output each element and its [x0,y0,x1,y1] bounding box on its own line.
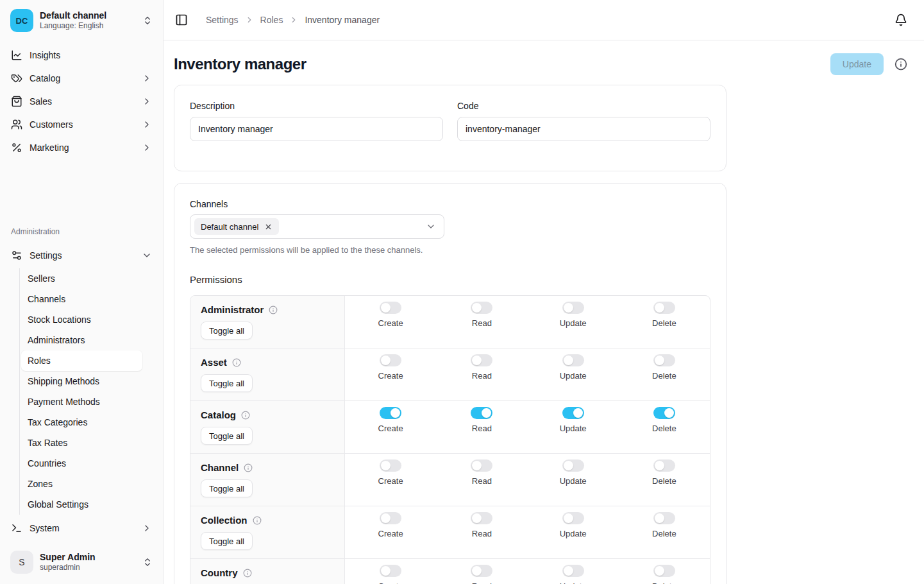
sidebar-item-tax-rates[interactable]: Tax Rates [21,433,142,453]
info-icon[interactable] [895,58,907,71]
toggle-knob [573,408,583,418]
breadcrumb-item[interactable]: Roles [260,15,283,25]
permission-category-name: Country [201,567,238,578]
channel-read-toggle[interactable] [471,459,492,472]
collection-create-toggle[interactable] [380,512,401,524]
breadcrumb-item[interactable]: Settings [206,15,239,25]
sidebar-item-countries[interactable]: Countries [21,453,142,474]
channels-select[interactable]: Default channel [190,214,444,239]
sidebar-item-settings[interactable]: Settings [8,244,155,266]
sidebar-item-customers[interactable]: Customers [8,113,155,135]
sidebar-item-roles[interactable]: Roles [21,350,142,371]
sidebar-item-catalog[interactable]: Catalog [8,67,155,89]
catalog-delete-toggle[interactable] [653,407,675,419]
sidebar-toggle-icon[interactable] [175,13,188,26]
page-content: Inventory manager Update Description Cod… [164,40,924,584]
asset-update-toggle[interactable] [562,354,584,366]
remove-channel-icon[interactable] [264,223,273,231]
info-icon[interactable] [253,516,262,525]
administrator-create-toggle[interactable] [380,302,401,314]
toggle-knob [381,356,391,365]
permission-column-label: Read [472,371,492,381]
description-input[interactable] [190,117,443,141]
channel-create-toggle[interactable] [380,459,401,472]
administrator-update-toggle[interactable] [562,302,584,314]
toggle-all-button[interactable]: Toggle all [201,532,253,550]
role-fields: Description Code [190,101,710,141]
permission-category: CatalogToggle all [190,401,345,453]
permission-column-label: Update [560,371,587,381]
toggle-all-button[interactable]: Toggle all [201,479,253,497]
country-delete-toggle[interactable] [653,565,675,577]
permission-column-label: Delete [652,581,676,584]
info-icon[interactable] [241,411,250,420]
permission-cell: Create [345,565,436,584]
info-icon[interactable] [244,463,253,472]
update-button[interactable]: Update [830,53,884,75]
sidebar-item-channels[interactable]: Channels [21,289,142,309]
sidebar-item-global-settings[interactable]: Global Settings [21,494,142,515]
info-icon[interactable] [232,358,241,367]
toggle-knob [381,461,391,470]
info-icon[interactable] [269,305,278,314]
toggle-all-button[interactable]: Toggle all [201,374,253,392]
toggle-knob [391,408,400,418]
info-icon[interactable] [243,569,252,578]
catalog-create-toggle[interactable] [380,407,401,419]
country-update-toggle[interactable] [562,565,584,577]
permission-column-label: Create [378,371,403,381]
user-avatar: S [10,551,33,574]
channel-update-toggle[interactable] [562,459,584,472]
administrator-read-toggle[interactable] [471,302,492,314]
permission-column-label: Delete [652,476,676,486]
chevron-right-icon [142,96,152,107]
permission-column-label: Update [560,424,587,433]
collection-read-toggle[interactable] [471,512,492,524]
asset-delete-toggle[interactable] [653,354,675,366]
country-read-toggle[interactable] [471,565,492,577]
sidebar-item-tax-categories[interactable]: Tax Categories [21,412,142,433]
permission-column-label: Create [378,476,403,486]
toggle-knob [472,566,482,576]
sidebar-item-shipping-methods[interactable]: Shipping Methods [21,371,142,391]
chevrons-up-down-icon [142,15,153,26]
channels-permissions-card: Channels Default channel The selected pe… [174,183,727,584]
sidebar-item-system[interactable]: System [8,517,155,539]
sidebar-item-sales[interactable]: Sales [8,90,155,112]
sidebar-item-zones[interactable]: Zones [21,474,142,494]
permission-column-label: Read [472,529,492,538]
sidebar-item-stock-locations[interactable]: Stock Locations [21,309,142,330]
toggle-all-button[interactable]: Toggle all [201,322,253,339]
bell-icon[interactable] [895,13,907,26]
sidebar-item-payment-methods[interactable]: Payment Methods [21,391,142,412]
country-create-toggle[interactable] [380,565,401,577]
sidebar-item-insights[interactable]: Insights [8,44,155,66]
asset-read-toggle[interactable] [471,354,492,366]
toggle-knob [655,356,664,365]
code-input[interactable] [457,117,710,141]
sidebar-item-sellers[interactable]: Sellers [21,268,142,289]
channel-switcher[interactable]: DC Default channel Language: English [8,8,155,33]
catalog-read-toggle[interactable] [471,407,492,419]
sidebar-item-label: Customers [29,119,73,130]
administrator-delete-toggle[interactable] [653,302,675,314]
sidebar-item-label: Settings [29,250,62,261]
catalog-update-toggle[interactable] [562,407,584,419]
collection-delete-toggle[interactable] [653,512,675,524]
user-username: superadmin [40,563,136,572]
chevron-down-icon [426,221,436,232]
channel-delete-toggle[interactable] [653,459,675,472]
description-label: Description [190,101,443,111]
sidebar-item-administrators[interactable]: Administrators [21,330,142,350]
collection-update-toggle[interactable] [562,512,584,524]
asset-create-toggle[interactable] [380,354,401,366]
user-menu[interactable]: S Super Admin superadmin [8,549,155,575]
topbar: Settings Roles Inventory manager [164,0,924,40]
channel-language: Language: English [40,21,136,31]
sidebar-item-marketing[interactable]: Marketing [8,136,155,159]
toggle-knob [381,303,391,313]
users-icon [11,119,22,130]
permission-cell: Update [528,512,619,558]
toggle-all-button[interactable]: Toggle all [201,427,253,445]
toggle-knob [655,566,664,576]
